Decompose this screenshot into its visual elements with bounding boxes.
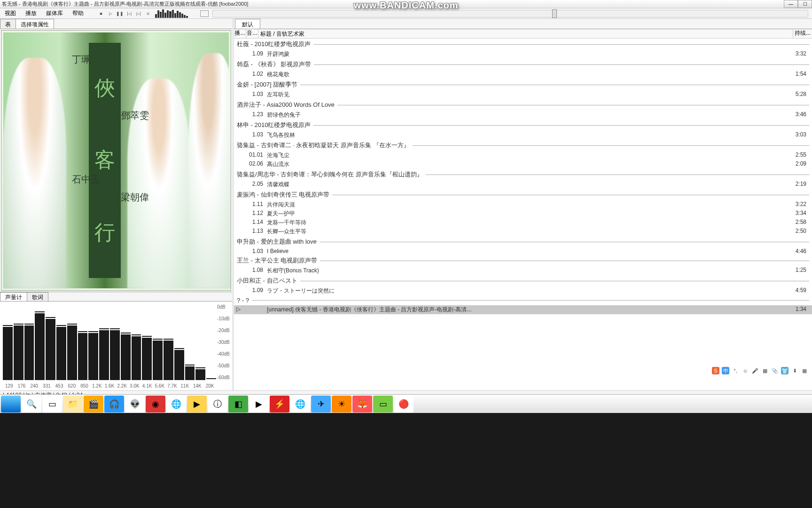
header-playing[interactable]: 播... <box>234 29 246 38</box>
taskbar-icon[interactable]: ◧ <box>228 396 248 413</box>
tab-properties[interactable]: 选择项属性 <box>16 19 54 29</box>
playlist-track[interactable]: ▷[unnamed].侠客无憾 - 香港电视剧《侠客行》主题曲 - 昌方影视原声… <box>234 305 812 314</box>
playlist-track[interactable]: 1.02桃花庵歌1:54 <box>234 70 812 79</box>
taskbar-icon[interactable]: ▭ <box>373 396 393 413</box>
playlist-track[interactable]: 02.06高山流水2:09 <box>234 160 812 169</box>
playlist-track[interactable]: 1.11共伴闯天涯3:22 <box>234 200 812 209</box>
taskbar-icon[interactable]: 🌐 <box>166 396 186 413</box>
tray-icon[interactable]: 📎 <box>771 367 779 374</box>
taskbar-icon[interactable]: 👽 <box>125 396 145 413</box>
playlist-group-header[interactable]: 骆集益 - 古剑奇谭二 · 永夜初晗凝碧天 原声音乐集 『在水一方』 <box>234 140 812 151</box>
taskbar-icon[interactable]: ✈ <box>311 396 331 413</box>
maximize-button[interactable]: ☐ <box>798 0 812 8</box>
header-duration[interactable]: 持续... <box>793 29 812 38</box>
playlist-body: 杜薇 - 2010红楼梦电视原声1.09开辟鸿蒙3:32韩磊 - 《秋香》 影视… <box>234 39 812 390</box>
playlist-track[interactable]: 1.23碧绿色的兔子3:46 <box>234 111 812 119</box>
playlist-group-header[interactable]: 林申 - 2010红楼梦电视原声 <box>234 119 812 131</box>
taskbar-icon[interactable]: 🔍 <box>22 396 41 413</box>
tab-level-meter[interactable]: 声量计 <box>0 292 27 301</box>
mini-spectrum <box>155 9 188 18</box>
playlist-track[interactable]: 1.03飞鸟各投林3:03 <box>234 131 812 140</box>
playlist-track[interactable]: 1.12夏天—护甲3:34 <box>234 209 812 218</box>
minimize-button[interactable]: — <box>784 0 798 8</box>
tray-icon[interactable]: ⬇ <box>791 367 798 374</box>
tray-icon[interactable]: S <box>712 367 719 374</box>
playlist-group-header[interactable]: 酒井法子 - Asia2000 Words Of Love <box>234 99 812 111</box>
prev-button[interactable]: |◁ <box>125 9 133 18</box>
next-button[interactable]: ▷| <box>134 9 143 18</box>
bandicam-watermark: www.BANDICAM.com <box>353 0 458 11</box>
taskbar-icon[interactable]: ◉ <box>146 396 165 413</box>
seek-thumb[interactable] <box>552 9 557 18</box>
spectrum-bar <box>195 369 205 380</box>
header-audio[interactable]: 音... <box>246 29 258 38</box>
tab-table[interactable]: 表 <box>0 19 16 29</box>
playlist-tab-default[interactable]: 默认 <box>235 19 260 29</box>
volume-box[interactable] <box>200 10 209 17</box>
taskbar-icon[interactable]: 🌐 <box>290 396 310 413</box>
left-tabs: 表 选择项属性 <box>0 19 232 29</box>
playlist-track[interactable]: 1.03左耳听见5:28 <box>234 90 812 99</box>
header-title[interactable]: 标题 / 音轨艺术家 <box>258 29 793 38</box>
spectrum-bar <box>164 341 173 380</box>
menu-view[interactable]: 视图 <box>0 8 21 19</box>
playlist-header: 播... 音... 标题 / 音轨艺术家 持续... <box>234 29 812 39</box>
playlist-group-header[interactable]: 杜薇 - 2010红楼梦电视原声 <box>234 39 812 50</box>
art-title-char: 俠 <box>94 74 115 102</box>
tray-icon[interactable]: ▦ <box>801 367 808 374</box>
taskbar-icon[interactable]: ☀ <box>332 396 351 413</box>
playlist-group-header[interactable]: 小田和正 - 自己ベスト <box>234 275 812 286</box>
spectrum-bar <box>3 327 13 380</box>
taskbar-icon[interactable]: 🔴 <box>394 396 414 413</box>
spectrum-bar <box>110 330 120 380</box>
spectrum-bar <box>99 330 109 380</box>
spectrum-bar <box>78 333 88 380</box>
taskbar-icon[interactable] <box>1 396 21 413</box>
tray-icon[interactable]: °, <box>732 367 739 374</box>
taskbar-icon[interactable]: 🦊 <box>352 396 372 413</box>
playlist-track[interactable]: 01.01沧海飞尘2:55 <box>234 151 812 160</box>
taskbar-icon[interactable]: 📁 <box>63 396 83 413</box>
random-button[interactable]: ⤮ <box>144 9 152 18</box>
tray-icon[interactable]: ☺ <box>742 367 749 374</box>
taskbar-icon[interactable]: ⚡ <box>270 396 289 413</box>
tray-icon[interactable]: ▦ <box>761 367 769 374</box>
playlist-track[interactable]: 1.09开辟鸿蒙3:32 <box>234 50 812 59</box>
spectrum-bar <box>121 334 131 380</box>
spectrum-bar <box>185 366 195 380</box>
tab-lyrics[interactable]: 歌词 <box>27 292 48 301</box>
taskbar-icon[interactable]: ▭ <box>42 396 62 413</box>
seek-bar[interactable] <box>212 10 808 17</box>
playlist-track[interactable]: 1.03I Believe4:46 <box>234 247 812 255</box>
lower-tabs: 声量计 歌词 <box>0 292 232 302</box>
taskbar-icon[interactable]: ▶ <box>249 396 269 413</box>
tray-icon[interactable]: 🎤 <box>751 367 759 374</box>
playlist-track[interactable]: 1.09ラブ・ストーリーは突然に4:59 <box>234 286 812 295</box>
tray-icon[interactable]: 中 <box>722 367 729 374</box>
menu-help[interactable]: 帮助 <box>68 8 88 19</box>
playlist-track[interactable]: 1.13长卿—众生平等2:50 <box>234 227 812 236</box>
stop-button[interactable]: ■ <box>97 9 105 18</box>
taskbar-icon[interactable]: 🎧 <box>104 396 124 413</box>
playlist-group-header[interactable]: ? - ? <box>234 295 812 305</box>
playlist-track[interactable]: 2.05清馨戏蝶2:19 <box>234 180 812 189</box>
pause-button[interactable]: ❚❚ <box>116 9 124 18</box>
playlist-group-header[interactable]: 麦振鸿 - 仙剑奇侠传三 电视原声带 <box>234 189 812 200</box>
playlist-group-header[interactable]: 申升勋 - 爱的主题曲 with love <box>234 236 812 247</box>
taskbar-icon[interactable]: 🎬 <box>84 396 103 413</box>
taskbar-icon[interactable]: ▶ <box>187 396 207 413</box>
playlist-track[interactable]: 1.14龙葵—千年等待2:58 <box>234 218 812 227</box>
tray-icon[interactable]: 👕 <box>781 367 789 374</box>
menu-playback[interactable]: 播放 <box>21 8 41 19</box>
playlist-group-header[interactable]: 王兰 - 太平公主 电视剧原声带 <box>234 255 812 266</box>
spectrum-bar <box>24 325 34 380</box>
playlist-tabs: 默认 <box>234 19 812 29</box>
play-button[interactable]: ▷ <box>106 9 115 18</box>
menu-library[interactable]: 媒体库 <box>41 8 68 19</box>
playlist-group-header[interactable]: 金妍 - [2007] 甜酸季节 <box>234 79 812 90</box>
taskbar-icon[interactable]: ⓘ <box>208 396 227 413</box>
playlist-group-header[interactable]: 骆集益/周志华 - 古剑奇谭：琴心剑魄今何在 原声音乐集『榣山遗韵』 <box>234 169 812 180</box>
playlist-group-header[interactable]: 韩磊 - 《秋香》 影视原声带 <box>234 59 812 70</box>
spectrum-bar <box>132 336 141 380</box>
playlist-track[interactable]: 1.08长相守(Bonus Track)1:25 <box>234 266 812 275</box>
